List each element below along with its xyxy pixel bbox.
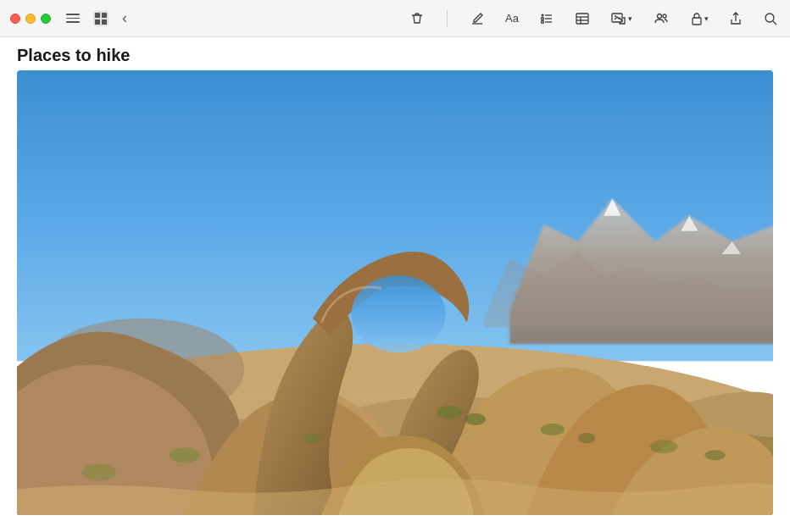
svg-point-13 bbox=[663, 14, 666, 18]
attachment-icon bbox=[610, 11, 627, 26]
svg-point-2 bbox=[542, 17, 544, 19]
traffic-lights bbox=[10, 14, 51, 24]
svg-rect-6 bbox=[576, 14, 588, 24]
svg-point-33 bbox=[81, 463, 115, 480]
titlebar: ‹ Aa bbox=[0, 0, 790, 37]
svg-point-27 bbox=[437, 406, 462, 419]
compose-icon bbox=[470, 11, 485, 26]
search-button[interactable] bbox=[761, 9, 780, 28]
chevron-left-icon: ‹ bbox=[122, 9, 127, 27]
svg-point-35 bbox=[704, 450, 725, 460]
svg-point-34 bbox=[650, 440, 677, 453]
search-icon bbox=[763, 11, 778, 26]
svg-point-32 bbox=[578, 433, 595, 443]
grid-view-icon bbox=[95, 13, 107, 25]
note-title-bar: Places to hike bbox=[0, 37, 790, 70]
hike-image bbox=[17, 70, 773, 515]
svg-point-29 bbox=[304, 433, 321, 443]
grid-view-button[interactable] bbox=[93, 11, 108, 26]
share-icon bbox=[729, 11, 743, 26]
attachment-dropdown-icon: ▾ bbox=[628, 14, 632, 23]
svg-point-15 bbox=[765, 14, 774, 22]
collaborate-icon bbox=[653, 11, 670, 26]
checklist-button[interactable] bbox=[537, 9, 556, 28]
svg-rect-14 bbox=[693, 18, 701, 25]
note-content bbox=[0, 70, 790, 532]
collaborate-button[interactable] bbox=[651, 9, 671, 28]
svg-point-30 bbox=[169, 447, 199, 463]
format-text-icon: Aa bbox=[505, 12, 519, 25]
minimize-button[interactable] bbox=[25, 14, 36, 24]
attachment-button[interactable]: ▾ bbox=[609, 9, 634, 28]
svg-point-28 bbox=[465, 413, 486, 425]
trash-icon bbox=[409, 11, 425, 26]
svg-point-11 bbox=[615, 15, 616, 17]
back-button[interactable]: ‹ bbox=[120, 8, 129, 29]
right-toolbar: Aa bbox=[408, 9, 780, 28]
maximize-button[interactable] bbox=[41, 14, 51, 24]
delete-button[interactable] bbox=[408, 9, 426, 28]
list-view-button[interactable] bbox=[64, 12, 81, 25]
left-toolbar: ‹ bbox=[64, 8, 129, 29]
note-title: Places to hike bbox=[17, 46, 773, 65]
svg-rect-10 bbox=[612, 14, 622, 22]
checklist-icon bbox=[539, 11, 554, 26]
svg-point-0 bbox=[542, 14, 544, 16]
table-icon bbox=[575, 11, 590, 26]
lock-icon bbox=[690, 11, 704, 26]
lock-button[interactable]: ▾ bbox=[688, 9, 710, 28]
svg-point-31 bbox=[541, 424, 565, 435]
format-button[interactable]: Aa bbox=[503, 10, 520, 26]
toolbar-separator bbox=[447, 10, 448, 27]
svg-line-16 bbox=[773, 21, 776, 25]
close-button[interactable] bbox=[10, 14, 20, 24]
table-button[interactable] bbox=[573, 9, 592, 28]
svg-point-12 bbox=[658, 14, 662, 18]
compose-button[interactable] bbox=[468, 9, 487, 28]
lock-dropdown-icon: ▾ bbox=[704, 14, 709, 23]
share-button[interactable] bbox=[727, 9, 744, 28]
list-view-icon bbox=[66, 14, 80, 23]
note-image-container[interactable] bbox=[17, 70, 773, 515]
svg-point-4 bbox=[542, 20, 544, 23]
